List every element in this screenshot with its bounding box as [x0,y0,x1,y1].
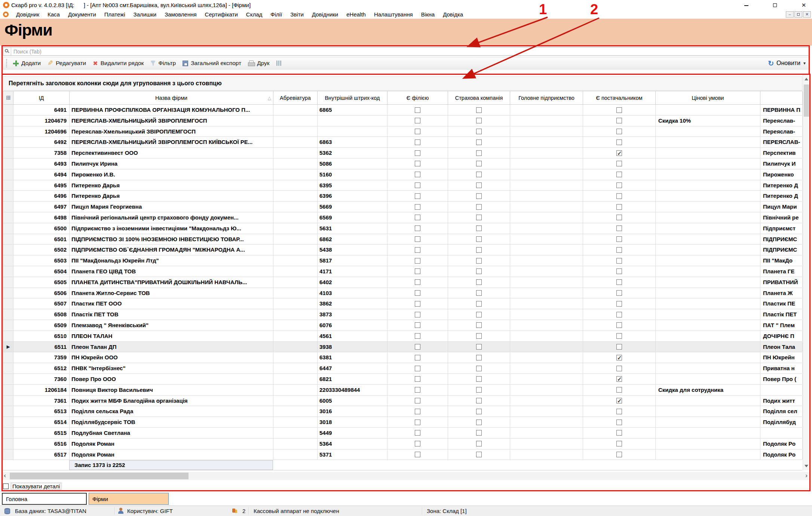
branch-checkbox[interactable] [415,430,420,436]
table-row[interactable]: 6504Планета ГЕО ЦІВД ТОВ4171Планета ГЕ [3,266,802,277]
menu-item-14[interactable]: Вікна [417,10,439,19]
scroll-left-icon[interactable]: ‹ [1,472,8,480]
menu-item-8[interactable]: Склад [242,10,266,19]
menu-item-12[interactable]: eHealth [342,10,370,19]
table-row[interactable]: 6507Пластик ПЕТ ООО3862Пластик ПЕ [3,298,802,309]
insurance-checkbox[interactable] [476,355,482,360]
branch-checkbox[interactable] [415,107,420,113]
columns-button[interactable] [273,57,285,69]
insurance-checkbox[interactable] [476,236,482,242]
branch-checkbox[interactable] [415,366,420,371]
table-row[interactable]: 6497Пицул Мария Георгиевна5669Пицул Мари [3,202,802,212]
supplier-checkbox[interactable] [616,204,622,210]
supplier-checkbox[interactable] [616,344,622,350]
branch-checkbox[interactable] [415,441,420,446]
column-header-4[interactable]: Внутрішній штрих-код [318,91,387,105]
table-row[interactable]: 6495Питеренко Дарья6395Питеренко Д [3,180,802,191]
insurance-checkbox[interactable] [476,118,482,123]
insurance-checkbox[interactable] [476,258,482,264]
table-row[interactable]: 6494Пироженко И.В.5160Пироженко [3,169,802,180]
tab-firms[interactable]: Фірми [89,493,169,505]
column-header-6[interactable]: Страхова компанія [448,91,510,105]
menu-item-7[interactable]: Сертифікати [201,10,242,19]
menu-item-5[interactable]: Залишки [129,10,161,19]
supplier-checkbox[interactable] [616,430,622,436]
table-row[interactable]: 6491ПЕРВИННА ПРОФСПІЛКОВА ОРГАНІЗАЦІЯ КО… [3,105,802,116]
insurance-checkbox[interactable] [476,129,482,134]
vertical-scroll-thumb[interactable] [804,85,809,117]
insurance-checkbox[interactable] [476,215,482,220]
supplier-checkbox[interactable] [616,118,622,123]
table-row[interactable]: 7358Перспективинвест ООО5362Перспектив [3,148,802,159]
branch-checkbox[interactable] [415,452,420,457]
insurance-checkbox[interactable] [476,225,482,231]
table-row[interactable]: 6513Поділля сельска Рада3016Поділля сел [3,406,802,417]
menu-item-1[interactable]: Довідник [12,10,43,19]
supplier-checkbox[interactable] [616,452,622,457]
supplier-checkbox[interactable] [616,225,622,231]
table-row[interactable]: 6496Питеренко Дарья6396Питеренко Д [3,191,802,202]
supplier-checkbox[interactable] [616,301,622,307]
column-header-8[interactable]: Є постачальником [583,91,656,105]
branch-checkbox[interactable] [415,247,420,253]
insurance-checkbox[interactable] [476,312,482,317]
restore-button[interactable] [767,0,783,10]
print-button[interactable]: Друк [245,57,273,69]
branch-checkbox[interactable] [415,236,420,242]
search-input[interactable] [11,49,809,55]
table-row[interactable]: 1204696Переяслав-Хмельницький ЗВІРОПЛЕМГ… [3,126,802,137]
table-row[interactable]: 7359ПН Юкрейн ООО6381ПН Юкрейн [3,352,802,363]
insurance-checkbox[interactable] [476,107,482,113]
insurance-checkbox[interactable] [476,268,482,274]
branch-checkbox[interactable] [415,193,420,199]
vertical-scrollbar[interactable] [803,75,809,470]
menu-item-15[interactable]: Довідка [439,10,467,19]
insurance-checkbox[interactable] [476,150,482,156]
table-row[interactable]: 6515Подлубная Светлана5449 [3,428,802,439]
table-row[interactable]: 6498Північний регіональний центр страхов… [3,212,802,223]
horizontal-scrollbar[interactable]: ‹ › [1,472,810,480]
insurance-checkbox[interactable] [476,387,482,393]
scroll-up-icon[interactable] [805,78,808,80]
branch-checkbox[interactable] [415,258,420,264]
supplier-checkbox[interactable] [616,333,622,339]
column-header-3[interactable]: Абревіатура [273,91,318,105]
branch-checkbox[interactable] [415,172,420,177]
table-row[interactable]: 1204679ПЕРЕЯСЛАВ-ХМЕЛЬНИЦЬКИЙ ЗВІРОПЛЕМГ… [3,116,802,126]
column-header-9[interactable]: Цінові умови [656,91,760,105]
menu-item-11[interactable]: Довідники [308,10,342,19]
branch-checkbox[interactable] [415,129,420,134]
insurance-checkbox[interactable] [476,430,482,436]
branch-checkbox[interactable] [415,118,420,123]
table-row[interactable]: 1206184Повниця Виктор Васильевич22033304… [3,385,802,396]
table-row[interactable]: 7361Подих життя МБФ Благодійна організац… [3,396,802,406]
branch-checkbox[interactable] [415,344,420,350]
tab-main[interactable]: Головна [2,493,87,505]
table-row[interactable]: 7360Повер Про ООО6821Повер Про ( [3,374,802,385]
insurance-checkbox[interactable] [476,172,482,177]
table-row[interactable]: ▶6511Плеон Талан ДП3938Плеон Тала [3,342,802,353]
table-row[interactable]: 6510ПЛЕОН ТАЛАН4561ДОЧІРНЄ П [3,331,802,342]
insurance-checkbox[interactable] [476,161,482,166]
supplier-checkbox[interactable] [616,236,622,242]
insurance-checkbox[interactable] [476,204,482,210]
mdi-minimize-button[interactable]: – [786,11,794,18]
table-row[interactable]: 6517Подоляк Роман5371Подоляк Ро [3,449,802,460]
horizontal-scroll-thumb[interactable] [10,473,189,479]
branch-checkbox[interactable] [415,355,420,360]
branch-checkbox[interactable] [415,301,420,307]
supplier-checkbox[interactable] [616,398,622,403]
branch-checkbox[interactable] [415,215,420,220]
minimize-button[interactable] [738,0,754,10]
branch-checkbox[interactable] [415,312,420,317]
supplier-checkbox[interactable] [616,387,622,393]
supplier-checkbox[interactable] [616,258,622,264]
menu-item-13[interactable]: Налаштування [370,10,417,19]
refresh-button[interactable]: Оновити ▾ [768,59,809,68]
menu-item-3[interactable]: Документи [64,10,100,19]
supplier-checkbox[interactable] [616,161,622,166]
insurance-checkbox[interactable] [476,409,482,414]
insurance-checkbox[interactable] [476,290,482,296]
branch-checkbox[interactable] [415,225,420,231]
supplier-checkbox[interactable] [616,172,622,177]
